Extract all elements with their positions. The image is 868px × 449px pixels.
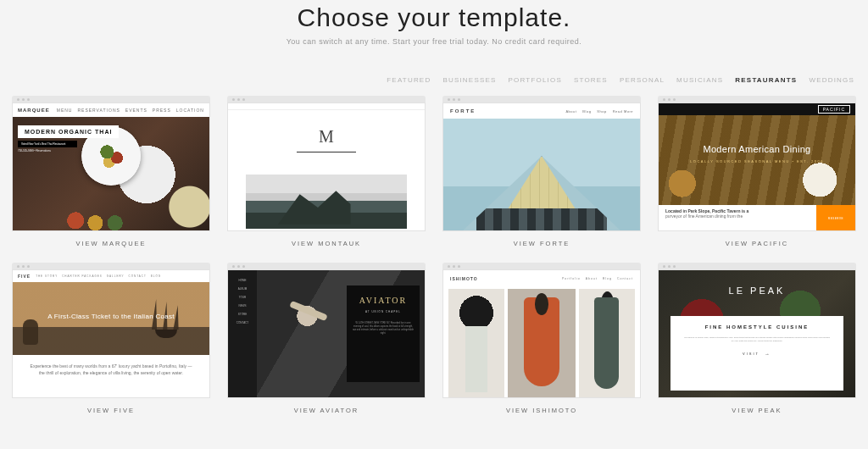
nav-item: Read More [613,109,633,114]
nav-item: EVENTS [125,108,147,113]
page-title: Choose your template. [8,3,860,32]
category-tab-stores[interactable]: STORES [574,76,608,84]
template-thumb[interactable]: FORTE AboutBlogShopRead More [442,103,641,231]
card-description: We believe in simple food, made extraord… [684,336,830,343]
side-nav-item: HOME [231,279,253,282]
category-nav: FEATUREDBUSINESSESPORTFOLIOSSTORESPERSON… [8,53,860,92]
window-chrome [442,263,641,269]
nav-item: About [565,109,576,114]
view-template-link[interactable]: VIEW ISHIMOTO [442,398,641,414]
nav-item: RESERVATIONS [77,108,120,113]
hero-subhead: LOCALLY SOURCED SEASONAL MENU • EST. 200… [659,159,855,164]
portfolio-image [448,289,504,397]
category-tab-portfolios[interactable]: PORTFOLIOS [509,76,562,84]
visit-button[interactable]: VISIT→ [681,352,833,357]
window-chrome [12,263,210,269]
template-thumb[interactable]: ISHIMOTO PortfolioAboutBlogContact [442,269,641,398]
nav-item: CONTACT [129,274,147,278]
template-card-five[interactable]: FIVE THE STORYCHARTER PACKAGESGALLERYCON… [12,263,210,414]
template-card-ishimoto[interactable]: ISHIMOTO PortfolioAboutBlogContact VIEW … [442,263,641,414]
nav-item: LOCATION [176,108,204,113]
strip-text-line2: purveyor of fine American dining from th… [665,213,810,219]
view-template-link[interactable]: VIEW PEAK [658,398,856,414]
nav-item: MENU [57,108,73,113]
panel-desc: W 14TH STREET, NEW YORK NY. Recorded liv… [352,322,415,336]
hero-callout-phone: 718-555-9999 • Reservations [18,149,51,152]
category-tab-weddings[interactable]: WEDDINGS [809,76,854,84]
category-tab-businesses[interactable]: BUSINESSES [442,76,496,84]
template-grid: MARQUEE MENURESERVATIONSEVENTSPRESSLOCAT… [8,92,860,414]
nav-item: Shop [597,109,606,114]
category-tab-personal[interactable]: PERSONAL [620,76,665,84]
category-tab-restaurants[interactable]: RESTAURANTS [735,76,797,84]
nav-item: Contact [617,277,633,280]
template-thumb[interactable]: M [227,103,426,231]
hero-title: LE PEAK [659,285,855,296]
hero-headline: Modern American Dining [659,144,855,154]
template-brand: ISHIMOTO [450,276,478,281]
window-chrome [658,263,856,269]
template-thumb[interactable]: LE PEAK FINE HOMESTYLE CUISINE We believ… [658,269,856,398]
template-card-forte[interactable]: FORTE AboutBlogShopRead More VIEW FORTE [442,96,641,247]
window-chrome [227,263,426,269]
window-chrome [658,96,856,103]
view-template-link[interactable]: VIEW MARQUEE [12,231,210,247]
arrow-right-icon: → [765,352,771,357]
view-template-link[interactable]: VIEW MONTAUK [227,231,426,247]
view-template-link[interactable]: VIEW FIVE [12,398,210,414]
template-brand: FIVE [18,274,31,279]
nav-item: About [586,277,598,280]
window-chrome [12,96,210,103]
portfolio-image [508,289,576,397]
template-thumb[interactable]: PACIFIC Modern American Dining LOCALLY S… [658,103,856,231]
template-thumb[interactable]: MARQUEE MENURESERVATIONSEVENTSPRESSLOCAT… [12,103,210,231]
reserve-button[interactable]: RESERVE [816,205,855,231]
hero-caption: A First-Class Ticket to the Italian Coas… [23,313,199,320]
template-logo: M [319,127,334,147]
card-title: FINE HOMESTYLE CUISINE [681,324,833,330]
side-nav-item: CONTACT [231,321,253,324]
template-brand: MARQUEE [18,108,50,113]
nav-item: Blog [603,277,612,280]
template-card-aviator[interactable]: HOMEALBUMTOURNEWSSTORECONTACT AVIATOR AT… [227,263,426,414]
window-chrome [442,96,641,103]
template-thumb[interactable]: HOMEALBUMTOURNEWSSTORECONTACT AVIATOR AT… [227,269,426,398]
template-card-peak[interactable]: LE PEAK FINE HOMESTYLE CUISINE We believ… [658,263,856,414]
template-thumb[interactable]: FIVE THE STORYCHARTER PACKAGESGALLERYCON… [12,269,210,398]
hero-callout-sub: Voted New York's Best Thai Restaurant [18,141,77,147]
side-nav-item: ALBUM [231,287,253,291]
page-subtitle: You can switch at any time. Start your f… [8,37,860,46]
template-card-marquee[interactable]: MARQUEE MENURESERVATIONSEVENTSPRESSLOCAT… [12,96,210,247]
panel-sub: AT UNION CHAPEL [352,310,415,313]
nav-item: THE STORY [36,274,58,278]
nav-item: PRESS [153,108,171,113]
category-tab-musicians[interactable]: MUSICIANS [676,76,723,84]
template-card-montauk[interactable]: M VIEW MONTAUK [227,96,426,247]
view-template-link[interactable]: VIEW FORTE [442,231,641,247]
nav-item: Portfolio [562,277,581,280]
portfolio-image [579,289,635,397]
nav-item: Blog [582,109,591,114]
hero-callout: MODERN ORGANIC THAI [18,125,119,138]
side-nav-item: STORE [231,313,253,316]
nav-item: GALLERY [107,274,125,278]
hero-description: Experience the best of many worlds from … [13,355,209,398]
template-card-pacific[interactable]: PACIFIC Modern American Dining LOCALLY S… [658,96,856,247]
category-tab-featured[interactable]: FEATURED [387,76,431,84]
side-nav-item: TOUR [231,296,253,299]
template-brand: PACIFIC [818,105,850,114]
panel-title: AVIATOR [352,296,415,305]
template-brand: FORTE [450,108,476,114]
nav-item: CHARTER PACKAGES [62,274,103,278]
side-nav-item: NEWS [231,304,253,308]
window-chrome [227,96,426,103]
hero-image [246,175,407,229]
view-template-link[interactable]: VIEW AVIATOR [227,398,426,414]
nav-item: BLOG [151,274,161,278]
view-template-link[interactable]: VIEW PACIFIC [658,231,856,247]
